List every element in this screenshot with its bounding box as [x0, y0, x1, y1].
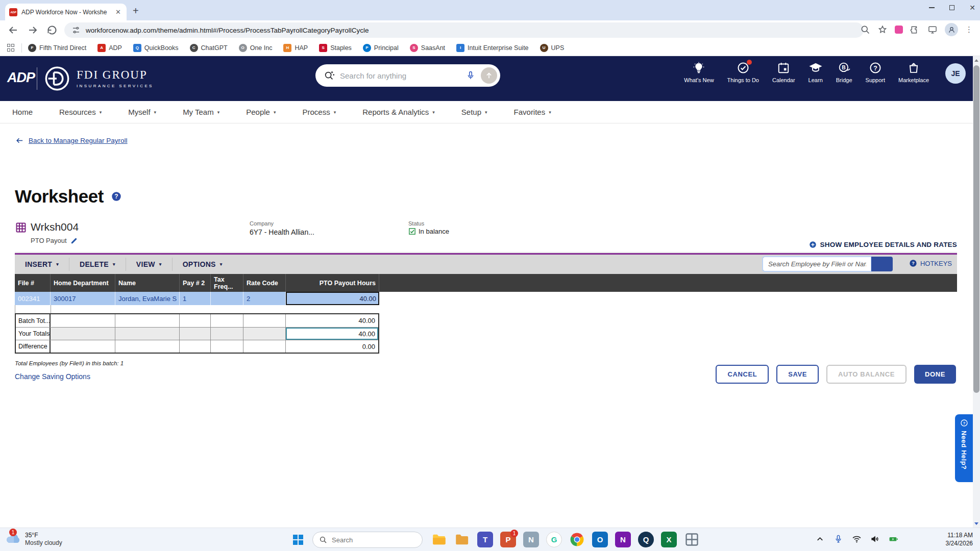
- toolbar-menu-options[interactable]: OPTIONS▾: [173, 255, 233, 274]
- cell-home-department[interactable]: 300017: [51, 292, 115, 305]
- taskbar-app-teams[interactable]: T: [477, 532, 493, 547]
- back-to-payroll-link[interactable]: Back to Manage Regular Payroll: [15, 136, 128, 145]
- extensions-puzzle-icon[interactable]: [910, 24, 920, 35]
- bookmark-ups[interactable]: UUPS: [540, 44, 565, 52]
- cell-pay-2[interactable]: 1: [180, 292, 211, 305]
- taskbar-app-notes[interactable]: N: [523, 532, 539, 547]
- cell-tax-freq[interactable]: [211, 292, 243, 305]
- tray-wifi-icon[interactable]: [852, 534, 862, 544]
- bookmark-saasant[interactable]: SSaasAnt: [410, 44, 445, 52]
- scroll-up-icon[interactable]: [973, 56, 980, 64]
- scrollbar-thumb[interactable]: [973, 65, 979, 393]
- column-header-pay-2[interactable]: Pay # 2: [180, 274, 211, 292]
- nav-item-favorites[interactable]: Favorites▾: [514, 108, 551, 116]
- tray-chevron-up-icon[interactable]: [815, 534, 825, 544]
- table-row[interactable]: 002341300017Jordan, EvaMarie S1240.00: [15, 292, 379, 305]
- browser-menu-icon[interactable]: ⋮: [965, 25, 973, 34]
- tray-battery-icon[interactable]: [889, 534, 898, 544]
- nav-item-home[interactable]: Home: [12, 108, 33, 116]
- back-icon[interactable]: [7, 24, 19, 36]
- bookmark-adp[interactable]: AADP: [97, 44, 122, 52]
- taskbar-app-task-view[interactable]: [684, 532, 700, 547]
- nav-item-myself[interactable]: Myself▾: [128, 108, 156, 116]
- nav-item-people[interactable]: People▾: [246, 108, 276, 116]
- column-header-rate-code[interactable]: Rate Code: [243, 274, 286, 292]
- taskbar-app-powerpoint[interactable]: P1: [500, 532, 516, 547]
- pinned-extension-icon[interactable]: [895, 26, 903, 34]
- column-header-file[interactable]: File #: [15, 274, 51, 292]
- column-header-tax-freq[interactable]: Tax Freq...: [211, 274, 243, 292]
- taskbar-search-input[interactable]: [332, 536, 408, 544]
- nav-item-reports-analytics[interactable]: Reports & Analytics▾: [362, 108, 435, 116]
- edit-pencil-icon[interactable]: [70, 237, 78, 244]
- search-submit-button[interactable]: [481, 67, 497, 84]
- user-avatar[interactable]: JE: [945, 63, 966, 84]
- tune-icon[interactable]: [71, 26, 81, 35]
- forward-icon[interactable]: [27, 24, 39, 36]
- toolbar-menu-delete[interactable]: DELETE▾: [69, 255, 126, 274]
- toolbar-menu-insert[interactable]: INSERT▾: [15, 255, 69, 274]
- nav-item-process[interactable]: Process▾: [302, 108, 336, 116]
- nav-item-setup[interactable]: Setup▾: [461, 108, 487, 116]
- url-text[interactable]: workforcenow.adp.com/theme/admin.html#/P…: [86, 27, 369, 34]
- save-button[interactable]: SAVE: [776, 365, 819, 384]
- adp-logo[interactable]: ADP: [7, 70, 35, 86]
- bookmark-star-icon[interactable]: [877, 24, 888, 35]
- bookmark-hap[interactable]: HHAP: [283, 44, 308, 52]
- browser-profile-avatar[interactable]: [945, 23, 958, 36]
- zoom-icon[interactable]: [860, 24, 870, 35]
- window-minimize-button[interactable]: [928, 4, 935, 11]
- bookmark-quickbooks[interactable]: QQuickBooks: [133, 44, 179, 52]
- employee-search-button[interactable]: [871, 257, 893, 271]
- voice-search-icon[interactable]: [465, 70, 476, 81]
- done-button[interactable]: DONE: [914, 365, 956, 384]
- tray-volume-icon[interactable]: [870, 534, 880, 544]
- nav-item-resources[interactable]: Resources▾: [59, 108, 102, 116]
- header-bridge-button[interactable]: BBridge: [836, 61, 852, 83]
- bookmark-fifth-third-direct[interactable]: FFifth Third Direct: [28, 44, 86, 52]
- browser-tab[interactable]: ADP ADP Workforce Now - Workshe ✕: [5, 4, 127, 20]
- title-help-icon[interactable]: ?: [111, 191, 122, 202]
- employee-search-input[interactable]: [763, 257, 871, 271]
- bookmark-one-inc[interactable]: OOne Inc: [239, 44, 273, 52]
- taskbar-app-quickbooks[interactable]: Q: [638, 532, 654, 547]
- header-marketplace-button[interactable]: Marketplace: [898, 61, 929, 83]
- nav-item-my-team[interactable]: My Team▾: [183, 108, 219, 116]
- header-calendar-button[interactable]: Calendar: [772, 61, 795, 83]
- column-header-home-department[interactable]: Home Department: [51, 274, 115, 292]
- tab-close-icon[interactable]: ✕: [114, 8, 122, 16]
- hotkeys-button[interactable]: ? HOTKEYS: [909, 259, 952, 267]
- new-tab-button[interactable]: +: [133, 6, 139, 16]
- bookmark-chatgpt[interactable]: CChatGPT: [190, 44, 228, 52]
- toolbar-menu-view[interactable]: VIEW▾: [126, 255, 172, 274]
- scroll-down-icon[interactable]: [973, 519, 980, 528]
- header-things-to-do-button[interactable]: Things to Do: [727, 61, 759, 83]
- cancel-button[interactable]: CANCEL: [716, 365, 769, 384]
- column-header-pto-payout-hours[interactable]: PTO Payout Hours: [286, 274, 379, 292]
- header-what-s-new-button[interactable]: What's New: [684, 61, 714, 83]
- bookmark-intuit-enterprise-suite[interactable]: IIntuit Enterprise Suite: [456, 44, 529, 52]
- address-bar[interactable]: workforcenow.adp.com/theme/admin.html#/P…: [64, 22, 864, 38]
- weather-widget[interactable]: 1 35°F Mostly cloudy: [5, 531, 62, 547]
- apps-grid-icon[interactable]: [7, 44, 15, 52]
- page-scrollbar[interactable]: [973, 56, 980, 528]
- cell-rate-code[interactable]: 2: [243, 292, 286, 305]
- taskbar-search[interactable]: [312, 532, 423, 548]
- reload-icon[interactable]: [46, 24, 58, 36]
- need-help-tab[interactable]: ? Need Help?: [955, 414, 973, 482]
- auto-balance-button[interactable]: AUTO BALANCE: [826, 365, 906, 384]
- taskbar-clock[interactable]: 11:18 AM 3/24/2026: [946, 531, 973, 547]
- tray-mic-icon[interactable]: [834, 534, 843, 544]
- totals-value[interactable]: 40.00: [286, 328, 378, 340]
- cell-name[interactable]: Jordan, EvaMarie S: [115, 292, 180, 305]
- show-employee-details-link[interactable]: SHOW EMPLOYEE DETAILS AND RATES: [809, 241, 957, 248]
- window-maximize-button[interactable]: [948, 4, 955, 11]
- cell-file[interactable]: 002341: [15, 292, 51, 305]
- taskbar-app-outlook[interactable]: O: [592, 532, 608, 547]
- bookmark-staples[interactable]: SStaples: [319, 44, 352, 52]
- taskbar-app-chrome[interactable]: [569, 532, 585, 547]
- taskbar-app-excel[interactable]: X: [661, 532, 677, 547]
- device-icon[interactable]: [927, 24, 938, 35]
- bookmark-principal[interactable]: PPrincipal: [363, 44, 399, 52]
- taskbar-app-onenote[interactable]: N: [615, 532, 631, 547]
